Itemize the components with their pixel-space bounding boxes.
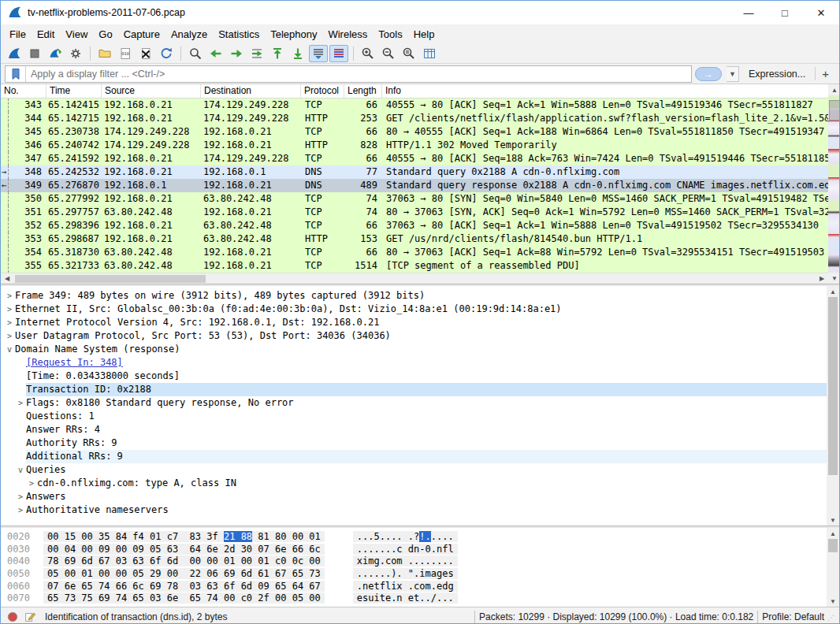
capture-comment-button[interactable] bbox=[21, 610, 39, 624]
packet-row-343[interactable]: 34365.142415192.168.0.21174.129.249.228T… bbox=[1, 98, 828, 112]
menu-capture[interactable]: Capture bbox=[118, 26, 165, 43]
packet-row-344[interactable]: 34465.142715192.168.0.21174.129.249.228H… bbox=[1, 112, 828, 125]
column-header-destination[interactable]: Destination bbox=[201, 84, 301, 98]
packet-list-hscrollbar[interactable]: ◀ ▶ bbox=[1, 273, 828, 284]
hex-row-0050[interactable]: 005005 00 01 00 00 05 29 00 22 06 69 6d … bbox=[7, 568, 827, 581]
detail-row-3[interactable]: >User Datagram Protocol, Src Port: 53 (5… bbox=[1, 329, 827, 343]
detail-row-14[interactable]: >cdn-0.nflximg.com: type A, class IN bbox=[1, 477, 827, 490]
packet-list-vscrollbar[interactable]: ▲ ▼ bbox=[828, 84, 840, 284]
hex-bytes[interactable]: 00 04 00 09 00 09 05 63 64 6e 2d 30 07 6… bbox=[43, 544, 325, 555]
packet-row-355[interactable]: 35565.32173363.80.242.48192.168.0.21TCP1… bbox=[1, 259, 828, 273]
open-file-button[interactable] bbox=[95, 45, 114, 62]
hex-row-0030[interactable]: 003000 04 00 09 00 09 05 63 64 6e 2d 30 … bbox=[7, 544, 827, 556]
resize-grip[interactable]: ⋰ bbox=[827, 616, 835, 624]
detail-row-4[interactable]: vDomain Name System (response) bbox=[1, 343, 827, 356]
hex-ascii[interactable]: esuite.n et../... bbox=[353, 592, 458, 604]
hex-row-0020[interactable]: 002000 15 00 35 84 f4 01 c7 83 3f 21 88 … bbox=[7, 531, 827, 544]
minimize-button[interactable]: — bbox=[730, 1, 767, 24]
menu-view[interactable]: View bbox=[60, 26, 93, 43]
expander-closed-icon[interactable]: > bbox=[26, 477, 37, 490]
capture-options-button[interactable] bbox=[66, 45, 85, 62]
detail-row-10[interactable]: Answer RRs: 4 bbox=[1, 423, 827, 436]
go-forward-button[interactable] bbox=[227, 45, 246, 62]
expander-open-icon[interactable]: v bbox=[15, 463, 26, 477]
hex-bytes[interactable]: 07 6e 65 74 66 6c 69 78 03 63 6f 6d 09 6… bbox=[43, 581, 325, 592]
hex-bytes[interactable]: 05 00 01 00 00 05 29 00 22 06 69 6d 61 6… bbox=[43, 568, 325, 579]
detail-row-11[interactable]: Authority RRs: 9 bbox=[1, 436, 827, 450]
vscroll-thumb[interactable] bbox=[829, 100, 840, 121]
detail-row-15[interactable]: >Answers bbox=[1, 490, 827, 503]
expander-closed-icon[interactable]: > bbox=[4, 289, 15, 303]
packet-row-345[interactable]: 34565.230738174.129.249.228192.168.0.21T… bbox=[1, 125, 828, 139]
expander-closed-icon[interactable]: > bbox=[4, 316, 15, 329]
expander-closed-icon[interactable]: > bbox=[15, 503, 26, 517]
save-file-button[interactable]: 010 bbox=[116, 45, 135, 62]
hex-ascii[interactable]: ......). ".images bbox=[353, 568, 458, 579]
hex-row-0070[interactable]: 007065 73 75 69 74 65 03 6e 65 74 00 c0 … bbox=[7, 592, 827, 605]
detail-row-1[interactable]: >Ethernet II, Src: Globalsc_00:3b:0a (f0… bbox=[1, 303, 827, 316]
column-header-info[interactable]: Info bbox=[382, 84, 828, 98]
start-capture-button[interactable] bbox=[5, 45, 24, 62]
details-scroll-up-icon[interactable]: ▲ bbox=[827, 286, 839, 297]
bytes-scroll-down-icon[interactable]: ▼ bbox=[827, 596, 839, 607]
hscroll-thumb[interactable] bbox=[15, 275, 206, 283]
details-scroll-track[interactable] bbox=[827, 297, 839, 514]
detail-row-2[interactable]: >Internet Protocol Version 4, Src: 192.1… bbox=[1, 316, 827, 329]
detail-row-16[interactable]: >Authoritative nameservers bbox=[1, 503, 827, 517]
colorize-button[interactable] bbox=[329, 45, 348, 62]
expander-closed-icon[interactable]: > bbox=[15, 490, 26, 503]
profile-text[interactable]: Profile: Default bbox=[762, 611, 824, 622]
column-header-time[interactable]: Time bbox=[46, 84, 102, 98]
packet-row-350[interactable]: 35065.277992192.168.0.2163.80.242.48TCP7… bbox=[1, 192, 828, 206]
restart-capture-button[interactable] bbox=[46, 45, 65, 62]
column-header-protocol[interactable]: Protocol bbox=[301, 84, 344, 98]
details-scroll-thumb[interactable] bbox=[828, 297, 838, 475]
packet-row-351[interactable]: 35165.29775763.80.242.48192.168.0.21TCP7… bbox=[1, 206, 828, 219]
reload-file-button[interactable] bbox=[157, 45, 176, 62]
detail-row-12[interactable]: Additional RRs: 9 bbox=[1, 450, 827, 463]
packet-row-349[interactable]: ←34965.276870192.168.0.1192.168.0.21DNS4… bbox=[1, 179, 828, 192]
go-to-packet-button[interactable] bbox=[247, 45, 266, 62]
add-filter-button[interactable]: + bbox=[815, 67, 835, 80]
hscroll-right-arrow-icon[interactable]: ▶ bbox=[816, 275, 828, 282]
zoom-reset-button[interactable] bbox=[400, 45, 418, 62]
expander-closed-icon[interactable]: > bbox=[15, 396, 26, 410]
hex-bytes[interactable]: 00 15 00 35 84 f4 01 c7 83 3f 21 88 81 8… bbox=[43, 531, 325, 542]
menu-analyze[interactable]: Analyze bbox=[165, 26, 213, 43]
column-header-no[interactable]: No. bbox=[1, 84, 46, 98]
expression-button[interactable]: Expression... bbox=[742, 67, 812, 81]
detail-row-6[interactable]: [Time: 0.034338000 seconds] bbox=[1, 370, 827, 383]
vscroll-up-arrow-icon[interactable]: ▲ bbox=[828, 84, 840, 95]
menu-file[interactable]: File bbox=[4, 26, 32, 43]
go-last-button[interactable] bbox=[288, 45, 307, 62]
bytes-scroll-up-icon[interactable]: ▲ bbox=[827, 528, 839, 539]
go-back-button[interactable] bbox=[206, 45, 225, 62]
auto-scroll-button[interactable] bbox=[309, 45, 328, 62]
column-header-length[interactable]: Length bbox=[344, 84, 382, 98]
maximize-button[interactable]: □ bbox=[767, 1, 803, 24]
hex-ascii[interactable]: ...5.... .?!..... bbox=[353, 531, 458, 542]
detail-row-0[interactable]: >Frame 349: 489 bytes on wire (3912 bits… bbox=[1, 289, 827, 303]
hscroll-left-arrow-icon[interactable]: ◀ bbox=[1, 275, 13, 282]
details-vscrollbar[interactable]: ▲ ▼ bbox=[827, 286, 839, 526]
menu-edit[interactable]: Edit bbox=[32, 26, 60, 43]
menu-statistics[interactable]: Statistics bbox=[213, 26, 265, 43]
details-scroll-down-icon[interactable]: ▼ bbox=[827, 514, 839, 526]
close-button[interactable]: ✕ bbox=[803, 1, 839, 24]
hex-row-0040[interactable]: 004078 69 6d 67 03 63 6f 6d 00 00 01 00 … bbox=[7, 555, 827, 568]
column-header-source[interactable]: Source bbox=[102, 84, 201, 98]
packet-row-354[interactable]: 35465.31873063.80.242.48192.168.0.21TCP6… bbox=[1, 246, 828, 259]
filter-bookmark-button[interactable] bbox=[6, 66, 26, 82]
menu-go[interactable]: Go bbox=[93, 26, 117, 43]
menu-wireless[interactable]: Wireless bbox=[322, 26, 373, 43]
apply-filter-button[interactable]: → bbox=[695, 67, 722, 81]
menu-tools[interactable]: Tools bbox=[373, 26, 407, 43]
expander-open-icon[interactable]: v bbox=[4, 343, 15, 356]
stop-capture-button[interactable] bbox=[25, 45, 44, 62]
vscroll-down-arrow-icon[interactable]: ▼ bbox=[828, 273, 840, 284]
detail-text[interactable]: [Request In: 348] bbox=[26, 357, 123, 368]
display-filter-input[interactable] bbox=[26, 69, 691, 80]
packet-row-346[interactable]: 34665.240742174.129.249.228192.168.0.21H… bbox=[1, 139, 828, 152]
hex-ascii[interactable]: .netflix .com.edg bbox=[353, 581, 458, 592]
packet-list-minimap[interactable] bbox=[828, 95, 840, 273]
